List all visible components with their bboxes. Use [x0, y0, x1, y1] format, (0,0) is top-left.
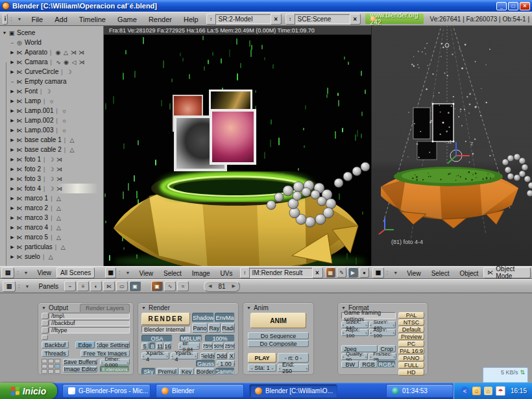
- expand-arrow-icon[interactable]: ▶: [9, 69, 16, 75]
- outliner-item-suelo[interactable]: ▶⋉suelo|△: [0, 252, 103, 261]
- expand-arrow-icon[interactable]: ▶: [9, 225, 16, 230]
- outliner-item-base-cable-2[interactable]: ▶⋉base cable 2|△: [0, 145, 103, 154]
- odd-toggle[interactable]: Odd: [216, 352, 227, 359]
- script-context-button[interactable]: ≡: [77, 281, 89, 291]
- premul-toggle[interactable]: Premul: [156, 368, 178, 375]
- outliner-item-font[interactable]: ▶⋉Font|☽: [0, 86, 103, 96]
- extensions-toggle[interactable]: Extensions: [100, 366, 130, 372]
- menu-view[interactable]: View: [32, 269, 56, 276]
- preset-pc-button[interactable]: PC: [398, 341, 424, 347]
- dither-field[interactable]: Dither: 0.000: [100, 359, 130, 365]
- size-100-button[interactable]: 100%: [205, 335, 235, 342]
- expand-arrow-icon[interactable]: ▶: [9, 176, 16, 182]
- aspx-field[interactable]: AspX: 100: [341, 329, 369, 336]
- backbuf-path-field[interactable]: //backbuf: [49, 320, 130, 326]
- expand-arrow-icon[interactable]: ▶: [9, 99, 16, 104]
- render-title[interactable]: Render: [149, 304, 170, 311]
- do-composite-toggle[interactable]: Do Composite: [248, 340, 309, 347]
- outliner-item-lamp-001[interactable]: ▶⋉Lamp.001|☼: [0, 106, 103, 115]
- header-grip-icon[interactable]: :: [17, 269, 19, 276]
- scene-link-button[interactable]: [42, 335, 48, 340]
- play-button[interactable]: PLAY: [248, 353, 276, 363]
- render-slot-button[interactable]: ▶: [348, 267, 357, 278]
- scene-browse-icon[interactable]: ↕: [285, 14, 295, 25]
- edge-toggle[interactable]: Edge: [75, 341, 95, 348]
- info-window-icon[interactable]: i: [3, 14, 8, 25]
- osa-5-button[interactable]: 5: [141, 343, 149, 350]
- render-result-image[interactable]: [104, 35, 371, 266]
- outliner-item-aparato[interactable]: ▶⋉Aparato|◉△⋊⋊: [0, 47, 103, 57]
- expand-arrow-icon[interactable]: ▶: [9, 89, 16, 94]
- screen-browse-icon[interactable]: ↕: [206, 14, 216, 25]
- outliner-item-foto-3[interactable]: ▶⋉foto 3|☽⋊: [0, 174, 103, 184]
- view3d-window-icon[interactable]: ▦: [372, 267, 384, 278]
- edge-settings-button[interactable]: Edge Settings: [96, 341, 130, 348]
- close-button[interactable]: ×: [520, 2, 530, 10]
- minimize-button[interactable]: _: [496, 2, 507, 10]
- outliner-item-marco-5[interactable]: ▶⋉marco 5|△: [0, 232, 103, 242]
- outliner-item-scene[interactable]: ▼▣Scene: [0, 28, 103, 38]
- outliner-item-particulas[interactable]: ▶⋉particulas|△: [0, 242, 103, 252]
- expand-arrow-icon[interactable]: ▶: [9, 128, 16, 133]
- pack-image-button[interactable]: ▦: [326, 267, 335, 278]
- end-frame-field[interactable]: End: 250: [278, 364, 309, 372]
- preset-preview-button[interactable]: Preview: [398, 333, 424, 340]
- expand-arrow-icon[interactable]: ▶: [9, 167, 16, 172]
- image-name[interactable]: IM:Render Result: [250, 268, 312, 278]
- frameserver-grid[interactable]: [42, 359, 60, 374]
- preset-ntsc-button[interactable]: NTSC: [398, 319, 424, 326]
- output-title[interactable]: Output: [49, 304, 68, 311]
- scene-selector[interactable]: ↕ SCE:Scene ×: [285, 14, 361, 24]
- image-editor-canvas[interactable]: Fra:81 Ve:281029 Fa:272925 Ha:166 La:5 M…: [104, 26, 371, 266]
- taskbar-item-blender-c-william-o[interactable]: Blender [C:\William\O...: [249, 384, 337, 398]
- outliner-item-foto-2[interactable]: ▶⋉foto 2|☽⋊: [0, 164, 103, 174]
- home-app-icon[interactable]: ⌂: [484, 387, 492, 395]
- header-collapse-icon[interactable]: ▼: [393, 271, 398, 275]
- outliner-item-marco-4[interactable]: ▶⋉marco 4|△: [0, 223, 103, 232]
- expand-arrow-icon[interactable]: ▶: [9, 196, 16, 201]
- buttons-window[interactable]: ▼ Output Render Layers /tmp\ //backbuf /…: [0, 293, 532, 383]
- header-collapse-icon[interactable]: ▼: [18, 17, 22, 21]
- collapse-arrow-icon[interactable]: ▼: [1, 30, 8, 35]
- taskbar-item-g-blender-foros-mic[interactable]: G-Blender-Foros - Mic...: [62, 384, 151, 398]
- header-collapse-icon[interactable]: ▼: [25, 284, 30, 289]
- mode-rgb-button[interactable]: RGB: [359, 361, 377, 368]
- outliner-window-icon[interactable]: ▤: [1, 267, 14, 278]
- preset-pano-button[interactable]: PANO: [398, 355, 424, 361]
- key-toggle[interactable]: Key: [179, 368, 195, 375]
- avira-antivirus-icon[interactable]: ☂: [496, 386, 505, 396]
- start-button[interactable]: Inicio: [0, 383, 57, 399]
- frame-number[interactable]: 81: [218, 283, 225, 290]
- file-select-button[interactable]: [42, 327, 49, 333]
- header-grip-icon[interactable]: :: [119, 269, 121, 276]
- output-path-field[interactable]: /tmp\: [49, 313, 130, 319]
- gauss-value-slider[interactable]: 1.00: [217, 360, 235, 367]
- expand-arrow-icon[interactable]: ▶: [9, 215, 16, 221]
- blender-org-link[interactable]: www.blender.org 242: [365, 14, 424, 24]
- menu-help[interactable]: Help: [178, 16, 204, 23]
- preset-full-button[interactable]: FULL: [398, 362, 424, 369]
- menu-game[interactable]: Game: [112, 16, 143, 23]
- header-collapse-icon[interactable]: ▼: [126, 271, 130, 275]
- messenger-icon[interactable]: ☺: [472, 387, 481, 395]
- collapse-icon[interactable]: ▼: [247, 306, 251, 310]
- screen-name[interactable]: SR:2-Model: [216, 14, 271, 24]
- image-editor-dropdown[interactable]: Image Editor: [63, 366, 97, 372]
- envmap-toggle[interactable]: EnvMa: [215, 313, 235, 322]
- quality-field[interactable]: Quality: 90: [341, 353, 368, 360]
- outliner-item-world[interactable]: –◎World: [0, 38, 103, 47]
- scene-name[interactable]: SCE:Scene: [295, 14, 350, 24]
- image-browse-icon[interactable]: ↕: [240, 267, 250, 278]
- size-50-button[interactable]: 50%: [213, 343, 224, 350]
- outliner-item-lamp[interactable]: ▶⋉Lamp|☼: [0, 96, 103, 106]
- screen-selector[interactable]: ↕ SR:2-Model ×: [206, 14, 282, 24]
- game-framing-button[interactable]: Game framing settings: [341, 312, 396, 319]
- blur-factor-field[interactable]: Bf: 0.84: [178, 343, 200, 350]
- expand-arrow-icon[interactable]: ▶: [9, 118, 16, 123]
- anim-title[interactable]: Anim: [254, 304, 269, 311]
- viewmenu-view[interactable]: View: [402, 270, 426, 277]
- fields-toggle[interactable]: Fields: [200, 352, 215, 359]
- window-titlebar[interactable]: Blender [C:\William\Operacion caf´é.blen…: [0, 0, 532, 12]
- frame-prev-icon[interactable]: ◀: [208, 284, 212, 289]
- image-datablock-selector[interactable]: ↕ IM:Render Result ×: [240, 268, 323, 278]
